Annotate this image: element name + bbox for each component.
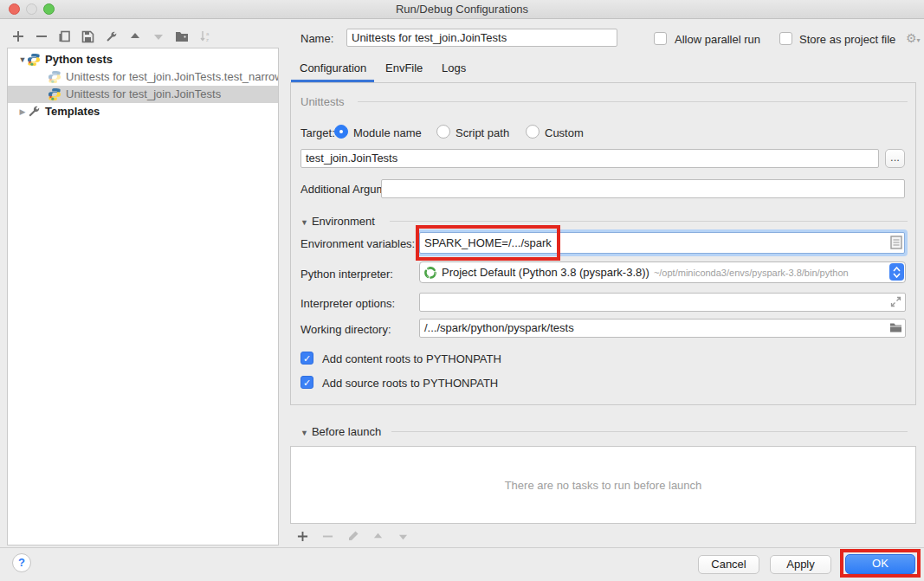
radio-script-path[interactable] — [436, 125, 450, 139]
add-configuration-icon[interactable] — [10, 29, 25, 44]
before-launch-section-header[interactable]: ▼Before launch — [300, 425, 381, 438]
store-as-project-file-label: Store as project file — [799, 33, 895, 46]
templates-wrench-icon — [27, 105, 41, 119]
before-launch-toolbar — [295, 528, 410, 544]
allow-parallel-run-label: Allow parallel run — [675, 33, 760, 46]
working-directory-label: Working directory: — [300, 323, 391, 336]
run-debug-configurations-dialog: Run/Debug Configurations az — [0, 0, 924, 581]
interpreter-options-input[interactable] — [419, 293, 906, 312]
add-content-roots-checkbox[interactable]: ✓ — [300, 352, 313, 365]
name-input[interactable]: Unittests for test_join.JoinTests — [346, 29, 617, 47]
remove-task-icon — [320, 529, 335, 544]
unittests-group-label: Unittests — [300, 95, 345, 108]
footer-separator — [0, 547, 924, 548]
copy-configuration-icon[interactable] — [57, 29, 72, 44]
python-test-icon — [48, 70, 61, 84]
python-test-icon — [48, 87, 61, 101]
tree-item-templates[interactable]: ▶ Templates — [8, 103, 278, 120]
svg-text:z: z — [206, 37, 209, 42]
interpreter-name: Project Default (Python 3.8 (pyspark-3.8… — [442, 266, 649, 279]
interpreter-select-stepper-icon[interactable] — [889, 263, 904, 281]
help-button[interactable]: ? — [12, 553, 31, 572]
python-tests-icon — [27, 53, 41, 67]
radio-module-name-label: Module name — [353, 126, 422, 139]
tree-toolbar: az — [10, 28, 212, 45]
tree-item-label: Unittests for test_join.JoinTests — [66, 86, 221, 103]
name-label: Name: — [300, 32, 333, 45]
folder-icon[interactable] — [889, 322, 902, 333]
add-source-roots-checkbox[interactable]: ✓ — [300, 376, 313, 389]
new-folder-icon[interactable] — [174, 29, 189, 44]
tab-envfile[interactable]: EnvFile — [385, 61, 423, 74]
move-task-up-icon — [371, 529, 385, 544]
configurations-tree: ▼ Python tests Unittests for test_join.J… — [7, 48, 279, 545]
additional-arguments-input[interactable] — [381, 179, 905, 198]
python-interpreter-select[interactable]: Project Default (Python 3.8 (pyspark-3.8… — [419, 261, 906, 283]
python-interpreter-label: Python interpreter: — [300, 268, 393, 281]
collapse-triangle-icon[interactable]: ▼ — [18, 51, 27, 68]
unittests-group-rule — [358, 101, 908, 102]
edit-task-icon — [346, 529, 360, 544]
environment-variables-field-focus-ring: SPARK_HOME=/.../spark — [417, 229, 908, 256]
working-directory-input[interactable]: /.../spark/python/pyspark/tests — [419, 319, 906, 338]
move-task-down-icon — [396, 529, 410, 544]
before-launch-task-list: There are no tasks to run before launch — [290, 446, 916, 524]
browse-button[interactable]: ... — [885, 149, 905, 168]
collapse-triangle-icon: ▼ — [300, 429, 308, 437]
tree-item-label: Python tests — [45, 51, 113, 68]
environment-section-label: Environment — [312, 215, 375, 228]
before-launch-rule — [391, 431, 908, 432]
tree-item-label: Templates — [45, 103, 100, 120]
tree-item-test-narrow[interactable]: Unittests for test_join.JoinTests.test_n… — [8, 68, 278, 86]
store-as-project-file-checkbox[interactable] — [779, 32, 792, 45]
edit-templates-icon[interactable] — [104, 29, 119, 44]
environment-section-header[interactable]: ▼Environment — [300, 215, 375, 228]
environment-variables-label: Environment variables: — [300, 237, 415, 250]
apply-button[interactable]: Apply — [770, 555, 831, 574]
env-vars-editor-icon[interactable] — [890, 236, 902, 249]
add-source-roots-label: Add source roots to PYTHONPATH — [322, 377, 498, 390]
move-down-icon — [151, 29, 165, 44]
environment-variables-input[interactable]: SPARK_HOME=/.../spark — [419, 232, 905, 254]
radio-custom-label: Custom — [545, 126, 584, 139]
conda-interpreter-icon — [423, 266, 437, 280]
before-launch-empty-text: There are no tasks to run before launch — [505, 479, 702, 492]
tree-item-label: Unittests for test_join.JoinTests.test_n… — [66, 68, 279, 86]
radio-script-path-label: Script path — [456, 126, 509, 139]
titlebar: Run/Debug Configurations — [0, 0, 924, 19]
interpreter-path: ~/opt/miniconda3/envs/pyspark-3.8/bin/py… — [654, 268, 849, 278]
module-name-input[interactable]: test_join.JoinTests — [300, 149, 879, 168]
svg-text:a: a — [206, 31, 210, 36]
tree-item-jointests-selected[interactable]: Unittests for test_join.JoinTests — [8, 86, 278, 103]
tree-item-python-tests[interactable]: ▼ Python tests — [8, 51, 278, 68]
sort-configurations-icon: az — [197, 29, 212, 44]
cancel-button[interactable]: Cancel — [698, 555, 759, 574]
allow-parallel-run-checkbox[interactable] — [654, 32, 667, 45]
radio-module-name[interactable] — [334, 125, 348, 139]
ok-button[interactable]: OK — [845, 554, 915, 574]
tab-logs[interactable]: Logs — [442, 61, 466, 74]
window-title: Run/Debug Configurations — [0, 3, 924, 16]
gear-icon[interactable]: ⚙︎▾ — [906, 31, 921, 45]
remove-configuration-icon[interactable] — [34, 29, 48, 44]
add-task-icon[interactable] — [295, 529, 310, 544]
expand-triangle-icon[interactable]: ▶ — [18, 103, 27, 120]
collapse-triangle-icon: ▼ — [300, 218, 308, 227]
environment-section-rule — [390, 221, 908, 222]
add-content-roots-label: Add content roots to PYTHONPATH — [322, 352, 501, 365]
radio-custom[interactable] — [526, 125, 540, 139]
target-label: Target: — [300, 126, 335, 139]
tab-configuration[interactable]: Configuration — [300, 61, 366, 74]
move-up-icon[interactable] — [127, 29, 142, 44]
before-launch-label: Before launch — [312, 425, 381, 438]
save-configuration-icon[interactable] — [81, 29, 95, 44]
interpreter-options-label: Interpreter options: — [300, 297, 395, 310]
expand-field-icon[interactable] — [890, 296, 901, 307]
